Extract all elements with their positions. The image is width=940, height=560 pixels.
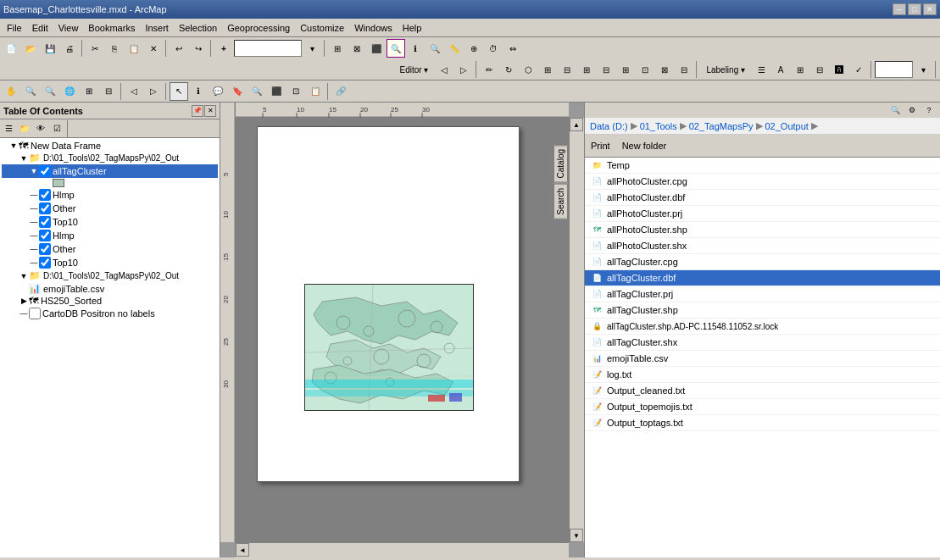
catalog-item-alltagcluster-prj[interactable]: 📄 allTagCluster.prj: [585, 286, 940, 302]
clear-btn[interactable]: ⊡: [286, 82, 305, 101]
toc-check-other1[interactable]: [39, 202, 51, 214]
print-button[interactable]: 🖨: [60, 39, 79, 58]
toc-check-hlmp2[interactable]: [39, 230, 51, 241]
catalog-item-allphotocluster-prj[interactable]: 📄 allPhotoCluster.prj: [585, 206, 940, 222]
menu-edit[interactable]: Edit: [27, 21, 53, 35]
toc-item-top10b[interactable]: — Top10: [2, 256, 218, 269]
zoom-in-btn[interactable]: 🔍: [21, 82, 40, 101]
toc-check-hlmp1[interactable]: [39, 189, 51, 201]
menu-view[interactable]: View: [53, 21, 84, 35]
window-controls[interactable]: ─ □ ✕: [893, 3, 937, 15]
more4-btn[interactable]: ⊡: [636, 60, 654, 79]
catalog-item-alltagcluster-shx[interactable]: 📄 allTagCluster.shx: [585, 335, 940, 351]
snapping-btn[interactable]: ⊞: [538, 60, 557, 79]
cat-search-icon[interactable]: 🔍: [887, 103, 903, 117]
scroll-up-btn[interactable]: ▲: [570, 118, 583, 131]
search-tab-btn[interactable]: Search: [553, 184, 568, 219]
catalog-item-temp[interactable]: 📁 Temp: [585, 158, 940, 174]
info-btn[interactable]: ℹ: [189, 82, 208, 101]
editor-tool1[interactable]: ◁: [435, 60, 453, 79]
toc-auto-hide[interactable]: 📌: [192, 105, 203, 117]
catalog-item-allphotocluster-shx[interactable]: 📄 allPhotoCluster.shx: [585, 238, 940, 254]
redo-button[interactable]: ↪: [189, 39, 208, 58]
menu-geoprocessing[interactable]: Geoprocessing: [222, 21, 295, 35]
toc-item-cartodb[interactable]: — CartoDB Positron no labels: [2, 307, 218, 320]
menu-windows[interactable]: Windows: [349, 21, 398, 35]
catalog-item-output-toptags[interactable]: 📝 Output_toptags.txt: [585, 415, 940, 431]
select-btn[interactable]: ↖: [170, 82, 188, 101]
close-button[interactable]: ✕: [923, 3, 937, 15]
scroll-left-btn[interactable]: ◄: [236, 543, 249, 557]
scrollbar-horizontal[interactable]: ◄: [236, 542, 569, 557]
fixed-zoom-in[interactable]: ⊞: [80, 82, 98, 101]
maximize-button[interactable]: □: [908, 3, 921, 15]
cat-newfolder-btn[interactable]: New folder: [618, 136, 671, 155]
more3-btn[interactable]: ⊞: [616, 60, 635, 79]
delete-button[interactable]: ✕: [144, 39, 163, 58]
catalog-item-alltagcluster-shp[interactable]: 🗺 allTagCluster.shp: [585, 302, 940, 319]
bookmark-btn[interactable]: 🔖: [228, 82, 247, 101]
toc-item-top10a[interactable]: — Top10: [2, 215, 218, 229]
breadcrumb-data-d[interactable]: Data (D:): [590, 121, 628, 131]
zoom-in2[interactable]: 🔍: [387, 39, 405, 58]
expand-icon-top10b[interactable]: —: [29, 258, 39, 267]
swipe-btn[interactable]: ⇔: [503, 39, 522, 58]
toc-item-emojitable[interactable]: 📊 emojiTable.csv: [2, 282, 218, 295]
toc-item-path2[interactable]: ▼ 📁 D:\01_Tools\02_TagMapsPy\02_Out: [2, 269, 218, 282]
expand-icon-top10a[interactable]: —: [29, 218, 39, 226]
catalog-item-emojitable-csv[interactable]: 📊 emojiTable.csv: [585, 351, 940, 367]
editor-button[interactable]: Editor ▾: [394, 60, 435, 79]
expand-icon[interactable]: ▼: [8, 141, 19, 150]
label-tool5[interactable]: 🅰: [830, 60, 848, 79]
label-tool4[interactable]: ⊟: [810, 60, 829, 79]
expand-icon-hlmp1[interactable]: —: [29, 191, 39, 199]
toc-check-alltagcluster[interactable]: [39, 165, 51, 177]
expand-icon-other1[interactable]: —: [29, 204, 39, 213]
undo-button[interactable]: ↩: [170, 39, 188, 58]
catalog-item-allphotocluster-cpg[interactable]: 📄 allPhotoCluster.cpg: [585, 174, 940, 190]
scrollbar-vertical[interactable]: ▲ ▼: [569, 118, 584, 542]
globe-btn[interactable]: 🌐: [60, 82, 79, 101]
expand-icon-path2[interactable]: ▼: [19, 272, 29, 280]
search-btn[interactable]: 🔍: [248, 82, 266, 101]
catalog-item-alltagcluster-shp-lock[interactable]: 🔒 allTagCluster.shp.AD-PC.11548.11052.sr…: [585, 319, 940, 335]
catalog-item-output-cleaned[interactable]: 📝 Output_cleaned.txt: [585, 383, 940, 399]
toc-item-path1[interactable]: ▼ 📁 D:\01_Tools\02_TagMapsPy\02_Out: [2, 152, 218, 164]
expand-icon-cartodb[interactable]: —: [19, 309, 29, 318]
new-button[interactable]: 📄: [2, 39, 20, 58]
toc-sel-btn[interactable]: ☑: [49, 121, 64, 136]
edit-tool[interactable]: ✏: [480, 60, 498, 79]
expand-icon-atc[interactable]: ▼: [29, 167, 39, 175]
toc-item-other1[interactable]: — Other: [2, 202, 218, 215]
toc-item-hlmp1[interactable]: — Hlmp: [2, 188, 218, 202]
zoom-extent-button[interactable]: ⊠: [348, 39, 366, 58]
labeling-btn[interactable]: Labeling ▾: [700, 60, 751, 79]
menu-insert[interactable]: Insert: [140, 21, 174, 35]
toc-vis-btn[interactable]: 👁: [33, 121, 48, 136]
catalog-tab-btn[interactable]: Catalog: [553, 145, 568, 182]
cat-print-btn[interactable]: Print: [587, 136, 615, 155]
forward-btn[interactable]: ▷: [144, 82, 163, 101]
time-btn[interactable]: ⏱: [484, 39, 503, 58]
minimize-button[interactable]: ─: [893, 3, 906, 15]
catalog-item-allphotocluster-dbf[interactable]: 📄 allPhotoCluster.dbf: [585, 190, 940, 206]
label-tool1[interactable]: ☰: [752, 60, 770, 79]
pan-btn[interactable]: ✋: [2, 82, 20, 101]
catalog-item-log-txt[interactable]: 📝 log.txt: [585, 367, 940, 383]
save-button[interactable]: 💾: [41, 39, 59, 58]
toc-check-top10b[interactable]: [39, 257, 51, 269]
topology-btn[interactable]: ⊟: [558, 60, 576, 79]
toc-close[interactable]: ✕: [204, 105, 216, 117]
catalog-item-output-topemojis[interactable]: 📝 Output_topemojis.txt: [585, 399, 940, 415]
select2-btn[interactable]: ⬛: [267, 82, 286, 101]
back-btn[interactable]: ◁: [125, 82, 143, 101]
cat-help-icon[interactable]: ?: [921, 103, 937, 117]
callout-btn[interactable]: 💬: [209, 82, 227, 101]
copy-button[interactable]: ⎘: [105, 39, 124, 58]
label-tool3[interactable]: ⊞: [791, 60, 809, 79]
breadcrumb-02tagmapspy[interactable]: 02_TagMapsPy: [689, 121, 754, 131]
find-button[interactable]: 🔍: [426, 39, 444, 58]
catalog-item-allphotocluster-shp[interactable]: 🗺 allPhotoCluster.shp: [585, 222, 940, 238]
editor-tool2[interactable]: ▷: [454, 60, 473, 79]
more-btn[interactable]: ⊞: [577, 60, 596, 79]
